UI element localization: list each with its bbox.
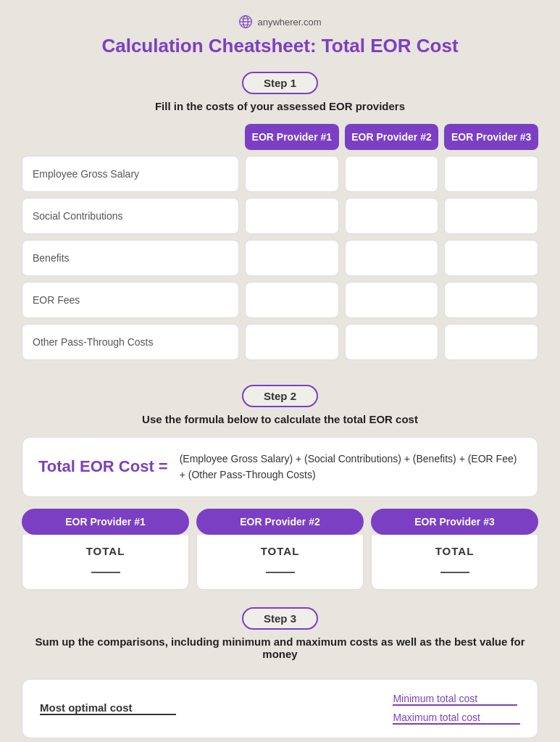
row-input-1-1[interactable] [245,156,339,192]
step2-description: Use the formula below to calculate the t… [142,413,418,425]
logo-area: anywherer.com [22,14,538,29]
total-col-3: EOR Provider #3 TOTAL [371,509,538,590]
total-col-2: EOR Provider #2 TOTAL [196,509,364,590]
row-label-benefits: Benefits [22,240,239,276]
min-cost: Minimum total cost [393,693,520,706]
step1-badge: Step 1 [242,72,318,94]
total-line-2 [266,572,295,573]
row-label-employee-gross: Employee Gross Salary [22,156,239,192]
max-cost-underline [480,712,520,725]
total-body-3: TOTAL [371,535,538,590]
total-body-2: TOTAL [196,535,364,590]
row-input-3-3[interactable] [444,240,538,276]
min-cost-underline [477,693,517,706]
max-cost: Maximum total cost [393,712,520,725]
totals-grid: EOR Provider #1 TOTAL EOR Provider #2 TO… [22,509,538,590]
min-max-area: Minimum total cost Maximum total cost [393,693,520,725]
row-input-4-3[interactable] [444,282,538,318]
total-label-2: TOTAL [204,545,356,557]
total-col-1: EOR Provider #1 TOTAL [22,509,189,590]
row-input-2-2[interactable] [345,198,439,234]
row-input-2-3[interactable] [444,198,538,234]
row-input-1-2[interactable] [345,156,439,192]
provider-header-2: EOR Provider #2 [345,124,439,150]
step3-section: Step 3 Sum up the comparisons, including… [22,607,538,738]
row-input-5-3[interactable] [444,324,538,360]
total-body-1: TOTAL [22,535,189,590]
row-label-other: Other Pass-Through Costs [22,324,239,360]
formula-text: (Employee Gross Salary) + (Social Contri… [180,451,522,483]
row-input-4-2[interactable] [345,282,439,318]
total-header-1: EOR Provider #1 [22,509,189,535]
most-optimal-cost: Most optimal cost [40,701,176,715]
formula-equals: = [159,457,168,475]
table-grid: EOR Provider #1 EOR Provider #2 EOR Prov… [22,124,538,360]
row-input-3-1[interactable] [245,240,339,276]
step3-description: Sum up the comparisons, including minimu… [22,635,538,660]
total-header-3: EOR Provider #3 [371,509,538,535]
header-empty [22,124,239,150]
provider-header-3: EOR Provider #3 [444,124,538,150]
main-title: Calculation Cheatsheet: Total EOR Cost [22,35,538,57]
row-input-5-1[interactable] [245,324,339,360]
row-input-1-3[interactable] [444,156,538,192]
title-prefix: Calculation Cheatsheet: [101,35,321,57]
row-label-social: Social Contributions [22,198,239,234]
row-input-5-2[interactable] [345,324,439,360]
most-optimal-underline [133,701,176,715]
formula-box: Total EOR Cost = (Employee Gross Salary)… [22,437,538,497]
logo-text: anywherer.com [257,17,321,28]
row-label-eor-fees: EOR Fees [22,282,239,318]
row-input-3-2[interactable] [345,240,439,276]
step2-badge: Step 2 [242,385,318,407]
step1-description: Fill in the costs of your assessed EOR p… [155,100,405,112]
total-label-3: TOTAL [379,545,530,557]
row-input-4-1[interactable] [245,282,339,318]
step2-section: Step 2 Use the formula below to calculat… [22,385,538,590]
step3-badge: Step 3 [242,607,318,630]
step3-box: Most optimal cost Minimum total cost Max… [22,679,538,738]
table-area: EOR Provider #1 EOR Provider #2 EOR Prov… [22,124,538,367]
total-line-1 [91,572,120,573]
formula-label: Total EOR Cost = [38,457,168,476]
title-highlight: Total EOR Cost [322,35,459,57]
globe-icon [238,14,253,29]
row-input-2-1[interactable] [245,198,339,234]
total-line-3 [440,572,469,573]
provider-header-1: EOR Provider #1 [245,124,339,150]
step1-section: Step 1 Fill in the costs of your assesse… [22,72,538,367]
total-header-2: EOR Provider #2 [196,509,364,535]
page: anywherer.com Calculation Cheatsheet: To… [0,0,560,742]
total-label-1: TOTAL [30,545,181,557]
